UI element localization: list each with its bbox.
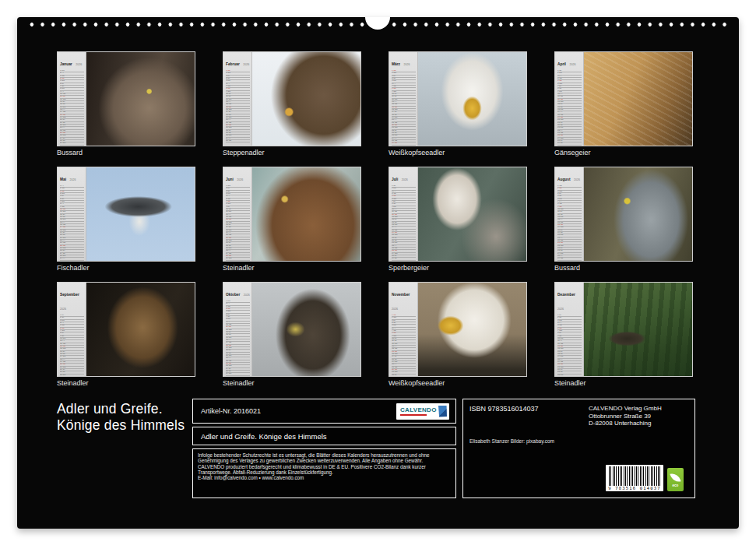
month-year: 2026: [403, 63, 410, 66]
eco-logo: eco: [667, 468, 684, 491]
article-number-box: Artikel-Nr. 2016021 CALVENDO: [192, 399, 456, 424]
month-caption: Weißkopfseeadler: [389, 149, 527, 157]
calendar-title: Adler und Greife. Könige des Himmels: [57, 401, 185, 434]
month-photo: [418, 52, 526, 146]
month-year: 2026: [243, 63, 249, 66]
month-name: März: [392, 62, 400, 66]
month-year: 2026: [69, 178, 76, 181]
month-tile: November 2026 1 So2 Mo3 Di4 Mi5 Do6 Fr7 …: [389, 282, 527, 388]
mini-calendar-pad: Februar 2026 1 So2 Mo3 Di4 Mi5 Do6 Fr7 S…: [223, 52, 252, 146]
month-caption: Steppenadler: [223, 149, 361, 157]
month-photo: [584, 52, 692, 146]
month-photo: [418, 283, 526, 376]
month-caption: Steinadler: [223, 264, 361, 272]
month-photo: [252, 283, 360, 376]
mini-calendar-pad: März 2026 1 So2 Mo3 Di4 Mi5 Do6 Fr7 Sa8 …: [389, 52, 418, 146]
month-tile: Juli 2026 1 Mi2 Do3 Fr4 Sa5 So6 Mo7 Di8 …: [389, 167, 527, 272]
month-year: 2026: [569, 63, 575, 66]
mini-calendar-pad: Mai 2026 1 Fr2 Sa3 So4 Mo5 Di6 Mi7 Do8 F…: [58, 167, 86, 261]
mini-calendar-pad: September 2026 1 Di2 Mi3 Do4 Fr5 Sa6 So7…: [58, 283, 86, 376]
mini-calendar-pad: Dezember 2026 1 Di2 Mi3 Do4 Fr5 Sa6 So7 …: [555, 283, 584, 376]
legal-box: Infolge bestehender Schutzrechte ist es …: [192, 448, 456, 498]
mini-calendar-pad: November 2026 1 So2 Mo3 Di4 Mi5 Do6 Fr7 …: [389, 283, 418, 376]
month-tile: März 2026 1 So2 Mo3 Di4 Mi5 Do6 Fr7 Sa8 …: [389, 51, 527, 157]
month-name: Februar: [226, 62, 240, 66]
month-photo: [252, 167, 360, 261]
month-name: Dezember: [557, 293, 575, 297]
month-photo: [584, 283, 692, 376]
month-name: Juli: [392, 178, 398, 181]
month-photo: [86, 167, 195, 261]
calvendo-logo-tagline: [400, 414, 427, 416]
month-caption: Steinadler: [554, 379, 693, 388]
barcode-bars: [609, 466, 660, 486]
month-year: 2026: [574, 178, 580, 181]
publisher-address: CALVENDO Verlag GmbH Ottobrunner Straße …: [589, 405, 688, 427]
month-name: Juni: [226, 178, 234, 181]
month-name: April: [557, 62, 566, 66]
month-caption: Gänsegeier: [554, 149, 693, 157]
month-year: 2026: [237, 178, 243, 181]
photo-credit: Elisabeth Stanzer Bilder: pixabay.com: [469, 438, 688, 444]
barcode-digits: 9 783516 014037: [608, 486, 661, 491]
month-grid: Januar 2026 1 Do2 Fr3 Sa4 So5 Mo6 Di7 Mi…: [57, 51, 693, 388]
mini-calendar-pad: April 2026 1 Mi2 Do3 Fr4 Sa5 So6 Mo7 Di8…: [555, 52, 584, 146]
mini-calendar-pad: Januar 2026 1 Do2 Fr3 Sa4 So5 Mo6 Di7 Mi…: [58, 52, 86, 146]
hanger-notch: [365, 17, 390, 30]
month-year: 2026: [60, 308, 66, 311]
month-tile: Juni 2026 1 Mo2 Di3 Mi4 Do5 Fr6 Sa7 So8 …: [223, 167, 361, 272]
month-name: Mai: [60, 178, 66, 181]
month-name: September: [60, 293, 79, 297]
month-year: 2026: [402, 178, 408, 181]
month-photo: [86, 52, 195, 146]
calvendo-logo-icon: [438, 406, 447, 417]
month-photo: [86, 283, 195, 376]
month-name: Januar: [60, 62, 72, 66]
isbn: ISBN 9783516014037: [469, 405, 539, 427]
month-caption: Steinadler: [223, 379, 361, 388]
month-tile: Oktober 2026 1 Do2 Fr3 Sa4 So5 Mo6 Di7 M…: [223, 282, 361, 388]
month-caption: Fischadler: [57, 264, 195, 272]
month-tile: April 2026 1 Mi2 Do3 Fr4 Sa5 So6 Mo7 Di8…: [554, 51, 693, 157]
calendar-back-sheet: Januar 2026 1 Do2 Fr3 Sa4 So5 Mo6 Di7 Mi…: [17, 17, 739, 529]
month-tile: Mai 2026 1 Fr2 Sa3 So4 Mo5 Di6 Mi7 Do8 F…: [57, 167, 195, 272]
product-title-box: Adler und Greife. Könige des Himmels: [192, 427, 456, 445]
month-caption: Bussard: [554, 264, 693, 272]
month-photo: [252, 52, 360, 146]
month-photo: [418, 167, 526, 261]
article-number: Artikel-Nr. 2016021: [201, 407, 261, 415]
publisher-box: ISBN 9783516014037 CALVENDO Verlag GmbH …: [462, 399, 695, 498]
legal-text: Infolge bestehender Schutzrechte ist es …: [198, 452, 451, 475]
mini-calendar-pad: Juli 2026 1 Mi2 Do3 Fr4 Sa5 So6 Mo7 Di8 …: [389, 167, 418, 261]
mini-calendar-pad: Juni 2026 1 Mo2 Di3 Mi4 Do5 Fr6 Sa7 So8 …: [223, 167, 252, 261]
mini-calendar-pad: August 2026 1 Sa2 So3 Mo4 Di5 Mi6 Do7 Fr…: [555, 167, 584, 261]
month-name: Oktober: [226, 293, 240, 297]
month-name: August: [557, 178, 571, 181]
month-year: 2026: [557, 308, 564, 311]
month-tile: Dezember 2026 1 Di2 Mi3 Do4 Fr5 Sa6 So7 …: [554, 282, 693, 388]
calvendo-logo-text: CALVENDO: [400, 406, 437, 413]
mini-calendar-pad: Oktober 2026 1 Do2 Fr3 Sa4 So5 Mo6 Di7 M…: [223, 283, 252, 376]
product-title: Adler und Greife. Könige des Himmels: [201, 432, 327, 441]
ean-barcode: 9 783516 014037: [606, 465, 663, 491]
calvendo-logo: CALVENDO: [396, 403, 449, 420]
month-name: November: [392, 293, 410, 297]
leaf-icon: [670, 471, 680, 483]
month-tile: September 2026 1 Di2 Mi3 Do4 Fr5 Sa6 So7…: [57, 282, 195, 388]
month-caption: Weißkopfseeadler: [389, 379, 527, 388]
month-tile: August 2026 1 Sa2 So3 Mo4 Di5 Mi6 Do7 Fr…: [554, 167, 693, 272]
month-tile: Februar 2026 1 So2 Mo3 Di4 Mi5 Do6 Fr7 S…: [223, 51, 361, 157]
eco-label: eco: [673, 483, 679, 487]
month-caption: Bussard: [57, 149, 195, 157]
contact-line: E-Mail: info@calvendo.com • www.calvendo…: [198, 475, 451, 480]
month-caption: Sperbergeier: [389, 264, 527, 272]
month-year: 2026: [244, 294, 250, 297]
month-year: 2026: [76, 63, 82, 66]
month-photo: [584, 167, 692, 261]
month-caption: Steinadler: [57, 379, 195, 388]
month-year: 2026: [392, 308, 398, 311]
month-tile: Januar 2026 1 Do2 Fr3 Sa4 So5 Mo6 Di7 Mi…: [57, 51, 195, 157]
